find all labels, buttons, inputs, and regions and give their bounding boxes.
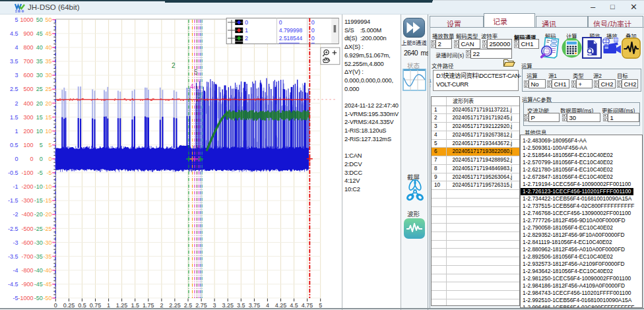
svg-text:30: 30 <box>46 72 52 78</box>
svg-text:0: 0 <box>54 302 57 309</box>
svg-text:0.5: 0.5 <box>78 302 86 309</box>
svg-text:200: 200 <box>23 128 33 135</box>
svg-text:0.25: 0.25 <box>63 302 75 309</box>
svg-text:-25: -25 <box>34 226 43 232</box>
svg-text:1.75: 1.75 <box>143 302 154 309</box>
svg-text:4.799998: 4.799998 <box>279 27 303 34</box>
svg-text:-5: -5 <box>13 295 18 301</box>
svg-text:25: 25 <box>36 86 43 92</box>
svg-text:3: 3 <box>15 72 18 78</box>
svg-text:-800: -800 <box>21 267 33 274</box>
svg-text:-1000: -1000 <box>18 295 33 301</box>
svg-text:30: 30 <box>36 72 43 78</box>
svg-text:-1.5: -1.5 <box>8 197 18 204</box>
svg-text:3: 3 <box>197 92 201 100</box>
svg-text:0: 0 <box>30 156 33 162</box>
svg-text:-100: -100 <box>21 170 33 176</box>
svg-text:-35: -35 <box>34 253 43 260</box>
svg-text:5: 5 <box>194 69 198 76</box>
svg-text:20: 20 <box>36 100 43 107</box>
svg-text:0: 0 <box>40 156 43 162</box>
svg-text:-200: -200 <box>21 183 33 190</box>
svg-text:-15: -15 <box>34 197 43 204</box>
svg-text:-15: -15 <box>44 197 52 204</box>
svg-text:1000: 1000 <box>20 16 33 23</box>
svg-text:-25: -25 <box>44 226 52 232</box>
svg-text:3.5: 3.5 <box>237 302 245 309</box>
svg-text:-50: -50 <box>34 295 43 301</box>
svg-text:2.5: 2.5 <box>10 86 18 92</box>
svg-text:-20: -20 <box>34 211 43 218</box>
svg-text:-45: -45 <box>44 281 52 288</box>
svg-text:500: 500 <box>23 86 33 92</box>
svg-text:-300: -300 <box>21 197 33 204</box>
svg-text:4: 4 <box>266 302 269 309</box>
svg-text:25: 25 <box>46 86 52 92</box>
svg-text:0.5: 0.5 <box>10 142 18 148</box>
svg-text:1: 1 <box>107 302 110 309</box>
svg-text:3.25: 3.25 <box>222 302 234 309</box>
svg-text:-1: -1 <box>13 183 18 190</box>
svg-text:40: 40 <box>36 44 43 51</box>
svg-text:-600: -600 <box>21 239 33 246</box>
svg-text:-20: -20 <box>44 211 52 218</box>
svg-text:-2: -2 <box>13 211 18 218</box>
svg-text:800: 800 <box>23 44 33 51</box>
svg-text:2.5: 2.5 <box>184 302 193 309</box>
svg-text:-10: -10 <box>44 183 52 190</box>
svg-text:-900: -900 <box>21 281 33 288</box>
svg-text:0: 0 <box>311 19 315 26</box>
svg-text:0: 0 <box>245 19 248 26</box>
svg-text:4.5: 4.5 <box>290 302 298 309</box>
svg-text:2.518544: 2.518544 <box>279 35 303 42</box>
svg-text:0: 0 <box>311 27 315 34</box>
svg-text:900: 900 <box>23 30 33 37</box>
svg-text:-700: -700 <box>21 253 33 260</box>
svg-text:5: 5 <box>319 302 322 309</box>
svg-text:-30: -30 <box>34 239 43 246</box>
svg-text:35: 35 <box>36 58 43 65</box>
svg-text:2: 2 <box>245 35 248 42</box>
svg-text:10: 10 <box>46 128 52 135</box>
svg-text:600: 600 <box>23 72 33 78</box>
svg-text:2: 2 <box>15 100 18 107</box>
svg-text:4: 4 <box>15 44 18 51</box>
svg-text:-5: -5 <box>47 170 52 176</box>
svg-text:-0.5: -0.5 <box>8 170 18 176</box>
svg-text:3.5: 3.5 <box>10 58 18 65</box>
svg-text:4: 4 <box>190 83 194 90</box>
svg-text:4.25: 4.25 <box>275 302 287 309</box>
svg-text:15: 15 <box>46 114 52 121</box>
svg-text:20: 20 <box>46 100 52 107</box>
svg-text:-2.5: -2.5 <box>8 226 18 232</box>
svg-text:3: 3 <box>213 302 216 309</box>
svg-text:45: 45 <box>46 30 52 37</box>
svg-text:40: 40 <box>46 44 52 51</box>
svg-text:2.25: 2.25 <box>169 302 181 309</box>
svg-text:1.5: 1.5 <box>131 302 139 309</box>
svg-text:100: 100 <box>23 142 33 148</box>
svg-text:-500: -500 <box>21 226 33 232</box>
svg-text:-4.5: -4.5 <box>8 281 18 288</box>
svg-text:1: 1 <box>245 27 248 34</box>
svg-text:700: 700 <box>23 58 33 65</box>
svg-text:0: 0 <box>49 156 52 162</box>
svg-text:-30: -30 <box>44 239 52 246</box>
svg-text:4.75: 4.75 <box>302 302 313 309</box>
svg-text:45: 45 <box>36 30 43 37</box>
svg-text:0: 0 <box>279 19 282 26</box>
svg-text:0: 0 <box>15 156 18 162</box>
svg-text:-5: -5 <box>38 170 43 176</box>
svg-text:1.25: 1.25 <box>116 302 128 309</box>
svg-text:400: 400 <box>23 100 33 107</box>
svg-text:-40: -40 <box>44 267 52 274</box>
svg-text:300: 300 <box>23 114 33 121</box>
svg-text:0: 0 <box>311 35 315 42</box>
svg-text:5: 5 <box>15 16 18 23</box>
svg-text:-35: -35 <box>44 253 52 260</box>
svg-text:2.75: 2.75 <box>195 302 207 309</box>
svg-text:-50: -50 <box>44 295 52 301</box>
svg-text:-45: -45 <box>34 281 43 288</box>
svg-text:-40: -40 <box>34 267 43 274</box>
svg-text:3.75: 3.75 <box>249 302 261 309</box>
